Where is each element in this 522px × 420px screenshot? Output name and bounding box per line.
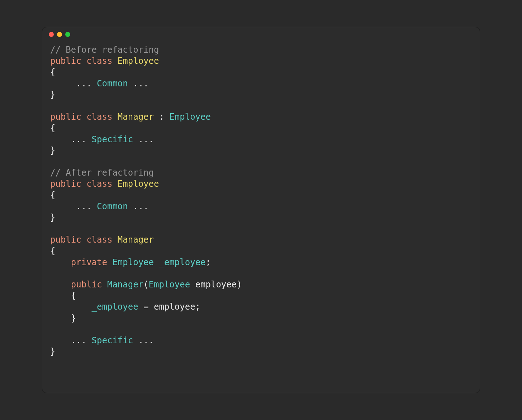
keyword-public: public xyxy=(50,179,81,189)
brace-open: { xyxy=(71,291,76,301)
keyword-class: class xyxy=(86,56,112,66)
ctor-name: Manager xyxy=(107,280,143,290)
ellipsis: ... xyxy=(76,201,91,211)
close-icon[interactable] xyxy=(49,32,54,37)
class-name: Employee xyxy=(118,56,159,66)
param-name: employee xyxy=(195,280,237,290)
equals: = xyxy=(143,302,148,312)
keyword-class: class xyxy=(86,112,112,122)
class-name: Manager xyxy=(118,235,154,245)
keyword-class: class xyxy=(86,179,112,189)
keyword-public: public xyxy=(50,56,81,66)
identifier: Common xyxy=(97,78,128,89)
brace-close: } xyxy=(50,347,55,357)
ellipsis: ... xyxy=(133,78,148,89)
identifier: Common xyxy=(97,201,128,211)
keyword-class: class xyxy=(86,235,112,245)
ellipsis: ... xyxy=(76,78,91,89)
paren-close: ) xyxy=(237,280,242,290)
type: Employee xyxy=(112,257,154,267)
semicolon: ; xyxy=(206,257,211,267)
ellipsis: ... xyxy=(138,335,154,345)
keyword-public: public xyxy=(50,112,81,122)
brace-open: { xyxy=(50,67,55,77)
code-content: // Before refactoring public class Emplo… xyxy=(42,42,480,365)
brace-open: { xyxy=(50,190,55,200)
minimize-icon[interactable] xyxy=(57,32,62,37)
brace-close: } xyxy=(50,90,55,100)
comment-line: // After refactoring xyxy=(50,168,154,178)
comment-line: // Before refactoring xyxy=(50,45,159,55)
assign-rhs: employee xyxy=(154,302,195,312)
identifier: Specific xyxy=(92,134,133,144)
assign-lhs: _employee xyxy=(92,302,138,312)
window-titlebar xyxy=(42,27,480,42)
ellipsis: ... xyxy=(71,335,86,345)
base-type: Employee xyxy=(169,112,211,122)
paren-open: ( xyxy=(143,280,148,290)
class-name: Employee xyxy=(118,179,159,189)
brace-open: { xyxy=(50,123,55,133)
param-type: Employee xyxy=(149,280,190,290)
code-window: // Before refactoring public class Emplo… xyxy=(42,27,480,393)
field: _employee xyxy=(159,257,205,267)
keyword-public: public xyxy=(50,235,81,245)
ellipsis: ... xyxy=(138,134,154,144)
keyword-private: private xyxy=(71,257,107,267)
keyword-public: public xyxy=(71,280,102,290)
maximize-icon[interactable] xyxy=(65,32,70,37)
colon: : xyxy=(159,112,164,122)
semicolon: ; xyxy=(195,302,200,312)
ellipsis: ... xyxy=(133,201,148,211)
class-name: Manager xyxy=(118,112,154,122)
brace-close: } xyxy=(50,213,55,223)
identifier: Specific xyxy=(92,335,133,345)
brace-close: } xyxy=(50,145,55,156)
brace-open: { xyxy=(50,246,55,256)
ellipsis: ... xyxy=(71,134,86,144)
brace-close: } xyxy=(71,313,76,323)
